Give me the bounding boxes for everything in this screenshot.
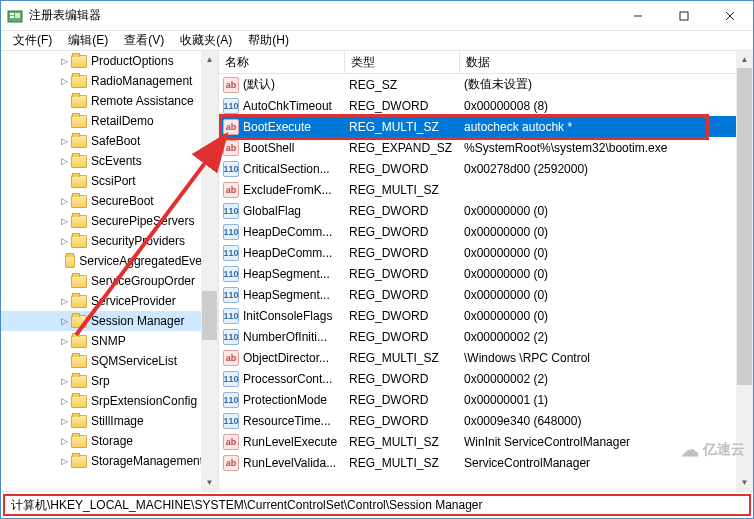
tree-item[interactable]: ▷SecurityProviders	[1, 231, 218, 251]
scroll-down-icon[interactable]: ▼	[201, 474, 218, 491]
value-row[interactable]: abRunLevelValida...REG_MULTI_SZServiceCo…	[219, 452, 753, 473]
value-row[interactable]: 110HeapSegment...REG_DWORD0x00000000 (0)	[219, 284, 753, 305]
tree-item[interactable]: ▷ScEvents	[1, 151, 218, 171]
value-data: 0x0009e340 (648000)	[460, 414, 753, 428]
expander-icon[interactable]: ▷	[57, 136, 71, 146]
tree-item[interactable]: ▷SecureBoot	[1, 191, 218, 211]
expander-icon[interactable]: ▷	[57, 336, 71, 346]
col-header-data[interactable]: 数据	[460, 51, 753, 73]
value-row[interactable]: 110HeapSegment...REG_DWORD0x00000000 (0)	[219, 263, 753, 284]
value-name: ProcessorCont...	[243, 372, 332, 386]
folder-icon	[71, 335, 87, 348]
value-row[interactable]: 110HeapDeComm...REG_DWORD0x00000000 (0)	[219, 221, 753, 242]
folder-icon	[71, 315, 87, 328]
scroll-down-icon[interactable]: ▼	[736, 474, 753, 491]
list-scrollbar[interactable]: ▲ ▼	[736, 51, 753, 491]
tree-item[interactable]: SQMServiceList	[1, 351, 218, 371]
expander-icon[interactable]: ▷	[57, 236, 71, 246]
folder-icon	[71, 135, 87, 148]
value-data: autocheck autochk *	[460, 120, 753, 134]
expander-icon[interactable]: ▷	[57, 416, 71, 426]
value-row[interactable]: abExcludeFromK...REG_MULTI_SZ	[219, 179, 753, 200]
tree-item[interactable]: ▷SrpExtensionConfig	[1, 391, 218, 411]
value-row[interactable]: 110CriticalSection...REG_DWORD0x00278d00…	[219, 158, 753, 179]
expander-icon[interactable]: ▷	[57, 156, 71, 166]
value-row[interactable]: abBootExecuteREG_MULTI_SZautocheck autoc…	[219, 116, 753, 137]
main-split: ▷ProductOptions▷RadioManagementRemote As…	[1, 51, 753, 492]
expander-icon[interactable]: ▷	[57, 216, 71, 226]
menu-file[interactable]: 文件(F)	[5, 30, 60, 51]
expander-icon[interactable]: ▷	[57, 196, 71, 206]
binary-value-icon: 110	[223, 266, 239, 282]
expander-icon[interactable]: ▷	[57, 56, 71, 66]
value-row[interactable]: 110AutoChkTimeoutREG_DWORD0x00000008 (8)	[219, 95, 753, 116]
svg-rect-1	[10, 13, 14, 15]
status-path: 计算机\HKEY_LOCAL_MACHINE\SYSTEM\CurrentCon…	[11, 497, 483, 514]
value-row[interactable]: ab(默认)REG_SZ(数值未设置)	[219, 74, 753, 95]
value-type: REG_EXPAND_SZ	[345, 141, 460, 155]
menu-favorites[interactable]: 收藏夹(A)	[172, 30, 240, 51]
maximize-button[interactable]	[661, 1, 707, 30]
col-header-type[interactable]: 类型	[345, 51, 460, 73]
scroll-track[interactable]	[736, 68, 753, 474]
tree-item[interactable]: ▷Srp	[1, 371, 218, 391]
value-row[interactable]: abRunLevelExecuteREG_MULTI_SZWinInit Ser…	[219, 431, 753, 452]
menu-help[interactable]: 帮助(H)	[240, 30, 297, 51]
close-button[interactable]	[707, 1, 753, 30]
scroll-up-icon[interactable]: ▲	[736, 51, 753, 68]
value-type: REG_DWORD	[345, 330, 460, 344]
col-header-name[interactable]: 名称	[219, 51, 345, 73]
expander-icon[interactable]: ▷	[57, 436, 71, 446]
tree-item[interactable]: ▷SecurePipeServers	[1, 211, 218, 231]
tree-item[interactable]: ▷Session Manager	[1, 311, 218, 331]
value-row[interactable]: 110InitConsoleFlagsREG_DWORD0x00000000 (…	[219, 305, 753, 326]
minimize-button[interactable]	[615, 1, 661, 30]
tree-item[interactable]: ▷RadioManagement	[1, 71, 218, 91]
value-row[interactable]: abBootShellREG_EXPAND_SZ%SystemRoot%\sys…	[219, 137, 753, 158]
tree-item[interactable]: ▷SafeBoot	[1, 131, 218, 151]
tree-item-label: SafeBoot	[91, 134, 140, 148]
expander-icon[interactable]: ▷	[57, 456, 71, 466]
tree-item-label: ScsiPort	[91, 174, 136, 188]
expander-icon[interactable]: ▷	[57, 316, 71, 326]
scroll-track[interactable]	[201, 68, 218, 474]
menu-edit[interactable]: 编辑(E)	[60, 30, 116, 51]
tree-scrollbar[interactable]: ▲ ▼	[201, 51, 218, 491]
value-row[interactable]: 110ResourceTime...REG_DWORD0x0009e340 (6…	[219, 410, 753, 431]
value-row[interactable]: 110ProtectionModeREG_DWORD0x00000001 (1)	[219, 389, 753, 410]
tree-item[interactable]: ▷Storage	[1, 431, 218, 451]
value-row[interactable]: 110GlobalFlagREG_DWORD0x00000000 (0)	[219, 200, 753, 221]
tree-item[interactable]: ▷ProductOptions	[1, 51, 218, 71]
menu-view[interactable]: 查看(V)	[116, 30, 172, 51]
registry-tree[interactable]: ▷ProductOptions▷RadioManagementRemote As…	[1, 51, 218, 471]
value-data: 0x00000002 (2)	[460, 330, 753, 344]
binary-value-icon: 110	[223, 371, 239, 387]
scroll-up-icon[interactable]: ▲	[201, 51, 218, 68]
tree-item[interactable]: Remote Assistance	[1, 91, 218, 111]
value-name: CriticalSection...	[243, 162, 330, 176]
scroll-thumb[interactable]	[202, 291, 217, 340]
values-list[interactable]: ab(默认)REG_SZ(数值未设置)110AutoChkTimeoutREG_…	[219, 74, 753, 491]
expander-icon[interactable]: ▷	[57, 396, 71, 406]
scroll-thumb[interactable]	[737, 68, 752, 385]
tree-item[interactable]: ▷StillImage	[1, 411, 218, 431]
value-data: (数值未设置)	[460, 76, 753, 93]
expander-icon[interactable]: ▷	[57, 76, 71, 86]
folder-icon	[71, 355, 87, 368]
value-row[interactable]: 110HeapDeComm...REG_DWORD0x00000000 (0)	[219, 242, 753, 263]
tree-item[interactable]: ServiceGroupOrder	[1, 271, 218, 291]
tree-item[interactable]: ServiceAggregatedEvents	[1, 251, 218, 271]
expander-icon[interactable]: ▷	[57, 296, 71, 306]
value-row[interactable]: abObjectDirector...REG_MULTI_SZ\Windows …	[219, 347, 753, 368]
value-row[interactable]: 110ProcessorCont...REG_DWORD0x00000002 (…	[219, 368, 753, 389]
tree-item[interactable]: ▷StorageManagement	[1, 451, 218, 471]
expander-icon[interactable]: ▷	[57, 376, 71, 386]
tree-item[interactable]: ▷ServiceProvider	[1, 291, 218, 311]
tree-item[interactable]: ScsiPort	[1, 171, 218, 191]
value-data: 0x00000008 (8)	[460, 99, 753, 113]
tree-item[interactable]: RetailDemo	[1, 111, 218, 131]
values-pane: 名称 类型 数据 ab(默认)REG_SZ(数值未设置)110AutoChkTi…	[219, 51, 753, 491]
value-name: ObjectDirector...	[243, 351, 329, 365]
value-row[interactable]: 110NumberOfIniti...REG_DWORD0x00000002 (…	[219, 326, 753, 347]
tree-item[interactable]: ▷SNMP	[1, 331, 218, 351]
